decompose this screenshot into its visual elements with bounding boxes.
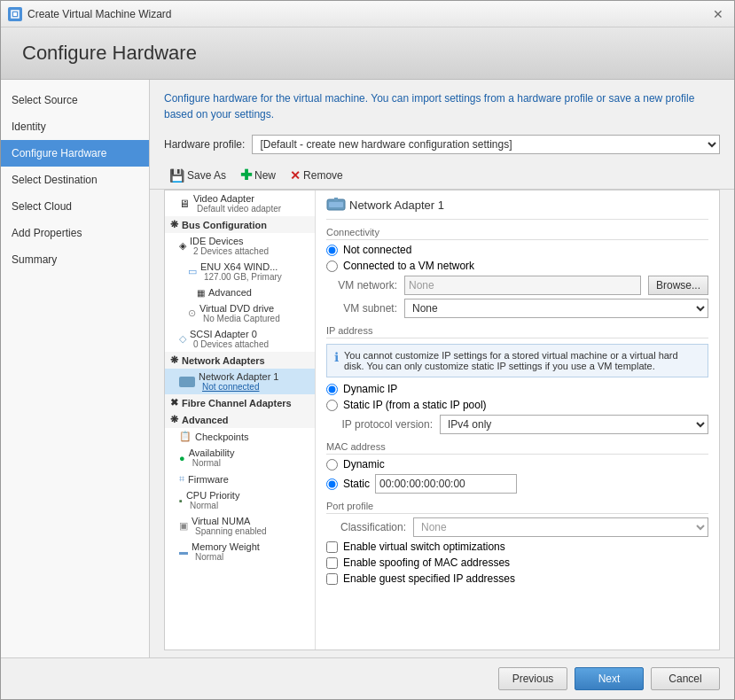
classification-row: Classification: None — [326, 517, 708, 537]
svg-rect-1 — [13, 12, 17, 16]
tree-item-advanced-disk[interactable]: ▦ Advanced — [165, 284, 315, 300]
ip-protocol-row: IP protocol version: IPv4 only — [326, 415, 708, 434]
static-mac-label[interactable]: Static — [343, 478, 370, 490]
sidebar-item-configure-hardware[interactable]: Configure Hardware — [1, 140, 149, 167]
tree-item-availability[interactable]: ● Availability Normal — [165, 445, 315, 471]
enable-vswitch-row: Enable virtual switch optimizations — [326, 541, 708, 553]
tree-label: Network Adapter 1 — [199, 371, 279, 382]
tree-sub: Normal — [189, 458, 235, 468]
tree-section-fibre: ✖ Fibre Channel Adapters — [165, 394, 315, 411]
new-label: New — [254, 169, 276, 182]
enable-spoofing-checkbox[interactable] — [326, 557, 338, 569]
previous-button[interactable]: Previous — [498, 667, 567, 690]
profile-row: Hardware profile: [Default - create new … — [150, 129, 734, 161]
memory-icon: ▬ — [179, 547, 188, 556]
ip-protocol-label: IP protocol version: — [326, 418, 433, 431]
save-icon: 💾 — [169, 168, 184, 183]
browse-button[interactable]: Browse... — [648, 276, 708, 295]
tree-item-enu[interactable]: ▭ ENU X64 WIND... 127.00 GB, Primary — [165, 259, 315, 284]
svg-rect-4 — [334, 198, 338, 200]
enable-guest-ip-label[interactable]: Enable guest specified IP addresses — [343, 572, 515, 585]
sidebar-item-identity[interactable]: Identity — [1, 113, 149, 140]
footer: Previous Next Cancel — [1, 657, 734, 699]
vm-subnet-row: VM subnet: None — [326, 299, 708, 318]
new-button[interactable]: ✚ New — [235, 165, 281, 185]
static-ip-label[interactable]: Static IP (from a static IP pool) — [343, 399, 487, 411]
sidebar-item-select-source[interactable]: Select Source — [1, 87, 149, 113]
title-bar: Create Virtual Machine Wizard ✕ — [1, 1, 734, 27]
enable-vswitch-checkbox[interactable] — [326, 541, 338, 553]
save-as-button[interactable]: 💾 Save As — [164, 167, 231, 184]
tree-item-cpu-priority[interactable]: ▪ CPU Priority Normal — [165, 487, 315, 513]
description: Configure hardware for the virtual machi… — [150, 80, 734, 129]
remove-button[interactable]: ✕ Remove — [285, 167, 348, 184]
static-ip-row: Static IP (from a static IP pool) — [326, 399, 708, 411]
ide-icon: ◈ — [179, 240, 186, 252]
not-connected-radio[interactable] — [326, 245, 338, 256]
static-ip-radio[interactable] — [326, 400, 338, 411]
enable-guest-ip-checkbox[interactable] — [326, 573, 338, 585]
window-icon — [8, 7, 22, 21]
vm-network-input[interactable] — [404, 276, 641, 295]
enable-vswitch-label[interactable]: Enable virtual switch optimizations — [343, 541, 505, 553]
classification-select[interactable]: None — [413, 517, 708, 537]
tree-label: Firmware — [188, 474, 229, 485]
dynamic-mac-label[interactable]: Dynamic — [343, 458, 385, 471]
tree-item-dvd[interactable]: ⊙ Virtual DVD drive No Media Captured — [165, 300, 315, 326]
tree-panel: 🖥 Video Adapter Default video adapter ❋ … — [165, 191, 316, 649]
info-text: You cannot customize IP settings for a s… — [344, 350, 700, 371]
dynamic-ip-label[interactable]: Dynamic IP — [343, 383, 397, 395]
main-content: Configure hardware for the virtual machi… — [150, 80, 734, 657]
new-icon: ✚ — [240, 167, 252, 183]
sidebar-item-select-cloud[interactable]: Select Cloud — [1, 193, 149, 220]
ip-info-box: ℹ You cannot customize IP settings for a… — [326, 344, 708, 377]
not-connected-label[interactable]: Not connected — [343, 244, 411, 256]
vm-subnet-select[interactable]: None — [404, 299, 708, 318]
ip-protocol-select[interactable]: IPv4 only — [440, 415, 708, 434]
sidebar-item-summary[interactable]: Summary — [1, 246, 149, 273]
hardware-profile-select[interactable]: [Default - create new hardware configura… — [252, 135, 720, 154]
connectivity-section: Connectivity — [326, 227, 708, 240]
connected-vm-label[interactable]: Connected to a VM network — [343, 260, 474, 272]
close-button[interactable]: ✕ — [709, 5, 727, 23]
vm-subnet-label: VM subnet: — [326, 302, 397, 315]
next-button[interactable]: Next — [575, 667, 644, 690]
connected-vm-radio[interactable] — [326, 261, 338, 272]
tree-item-network-adapter-1[interactable]: Network Adapter 1 Not connected — [165, 369, 315, 394]
tree-sub: No Media Captured — [199, 314, 280, 323]
collapse-icon: ❋ — [170, 219, 178, 230]
detail-title: Network Adapter 1 — [349, 198, 444, 212]
tree-item-scsi[interactable]: ◇ SCSI Adapter 0 0 Devices attached — [165, 326, 315, 352]
tree-item-memory-weight[interactable]: ▬ Memory Weight Normal — [165, 539, 315, 564]
dynamic-mac-radio[interactable] — [326, 459, 338, 471]
enable-spoofing-row: Enable spoofing of MAC addresses — [326, 556, 708, 569]
tree-sub: Normal — [186, 501, 240, 510]
static-mac-row: Static — [326, 474, 708, 494]
save-as-label: Save As — [187, 169, 226, 182]
monitor-icon: 🖥 — [179, 198, 190, 210]
tree-label: Virtual NUMA — [192, 516, 267, 526]
static-mac-radio[interactable] — [326, 478, 338, 490]
enable-guest-ip-row: Enable guest specified IP addresses — [326, 572, 708, 585]
tree-item-ide[interactable]: ◈ IDE Devices 2 Devices attached — [165, 233, 315, 259]
cancel-button[interactable]: Cancel — [651, 667, 720, 690]
sidebar-item-add-properties[interactable]: Add Properties — [1, 220, 149, 246]
tree-item-firmware[interactable]: ⌗ Firmware — [165, 471, 315, 487]
classification-label: Classification: — [326, 521, 406, 533]
tree-item-virtual-numa[interactable]: ▣ Virtual NUMA Spanning enabled — [165, 513, 315, 539]
remove-icon: ✕ — [290, 168, 301, 183]
tree-item-checkpoints[interactable]: 📋 Checkpoints — [165, 428, 315, 445]
tree-item-video-adapter[interactable]: 🖥 Video Adapter Default video adapter — [165, 191, 315, 216]
dynamic-ip-radio[interactable] — [326, 384, 338, 395]
vm-network-row: VM network: Browse... — [326, 276, 708, 295]
enable-spoofing-label[interactable]: Enable spoofing of MAC addresses — [343, 556, 510, 569]
tree-sub: Spanning enabled — [192, 526, 267, 536]
tree-section-advanced: ❋ Advanced — [165, 411, 315, 428]
tree-label: Availability — [189, 447, 235, 458]
dynamic-mac-row: Dynamic — [326, 458, 708, 471]
sidebar-item-select-destination[interactable]: Select Destination — [1, 167, 149, 193]
tree-label: Virtual DVD drive — [199, 303, 280, 314]
mac-address-input[interactable] — [375, 474, 517, 494]
wizard-header: Configure Hardware — [1, 27, 734, 80]
detail-panel: Network Adapter 1 Connectivity Not conne… — [316, 191, 719, 649]
